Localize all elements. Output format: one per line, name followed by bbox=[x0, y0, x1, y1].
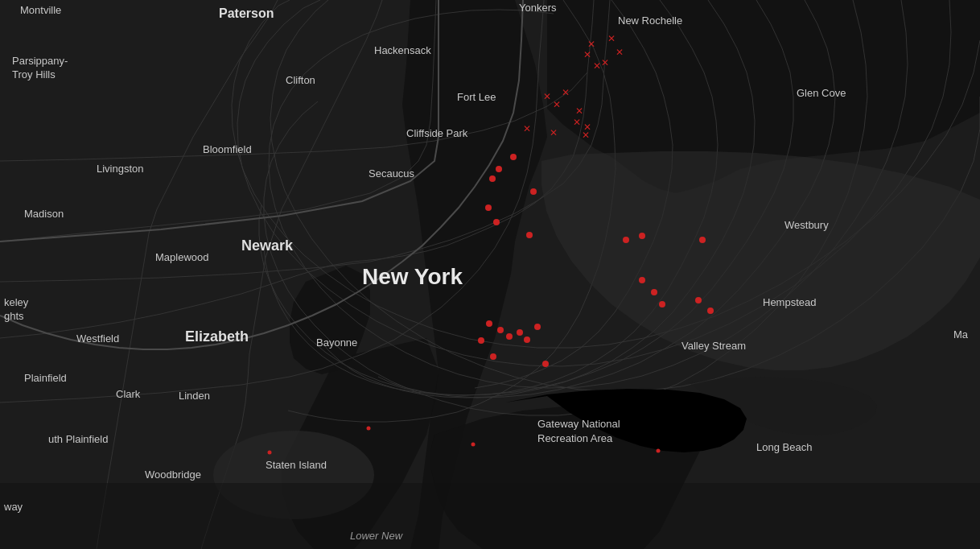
data-point-30 bbox=[707, 308, 714, 314]
data-point-7: ✕ bbox=[543, 93, 551, 101]
data-point-19 bbox=[530, 188, 537, 195]
data-point-29 bbox=[695, 297, 702, 303]
data-point-21 bbox=[493, 219, 500, 225]
data-point-43 bbox=[657, 449, 661, 453]
data-point-32 bbox=[497, 327, 504, 333]
data-point-16 bbox=[496, 166, 502, 172]
data-point-40 bbox=[367, 427, 371, 431]
data-point-22 bbox=[526, 232, 533, 238]
data-point-38 bbox=[490, 353, 496, 360]
data-point-2: ✕ bbox=[607, 35, 616, 43]
data-point-36 bbox=[534, 324, 541, 330]
data-point-33 bbox=[506, 333, 513, 340]
data-point-26 bbox=[639, 277, 645, 283]
map-container[interactable]: Paterson Montville Parsippany-Troy Hills… bbox=[0, 0, 980, 549]
data-point-34 bbox=[517, 329, 523, 336]
data-point-18 bbox=[510, 154, 517, 160]
data-point-14: ✕ bbox=[550, 129, 558, 137]
map-svg bbox=[0, 0, 980, 549]
data-point-15: ✕ bbox=[523, 125, 531, 133]
data-point-8: ✕ bbox=[553, 101, 561, 109]
data-point-41 bbox=[471, 443, 476, 447]
data-point-28 bbox=[659, 301, 665, 308]
data-point-6: ✕ bbox=[583, 51, 591, 59]
svg-rect-2 bbox=[0, 483, 980, 549]
data-point-24 bbox=[639, 233, 645, 239]
data-point-1: ✕ bbox=[587, 40, 595, 48]
data-point-39 bbox=[478, 337, 484, 344]
data-point-9: ✕ bbox=[562, 89, 570, 97]
data-point-42 bbox=[268, 451, 272, 455]
data-point-17 bbox=[489, 175, 496, 182]
data-point-37 bbox=[542, 361, 549, 367]
data-point-25 bbox=[699, 237, 706, 243]
data-point-23 bbox=[623, 237, 629, 243]
data-point-10: ✕ bbox=[575, 107, 583, 115]
data-point-27 bbox=[651, 289, 657, 295]
data-point-5: ✕ bbox=[593, 62, 601, 70]
data-point-35 bbox=[524, 336, 530, 343]
data-point-31 bbox=[486, 320, 492, 327]
data-point-20 bbox=[485, 204, 492, 211]
data-point-4: ✕ bbox=[601, 59, 609, 67]
data-point-3: ✕ bbox=[616, 48, 624, 56]
data-point-11: ✕ bbox=[573, 118, 581, 126]
data-point-13: ✕ bbox=[582, 131, 590, 139]
